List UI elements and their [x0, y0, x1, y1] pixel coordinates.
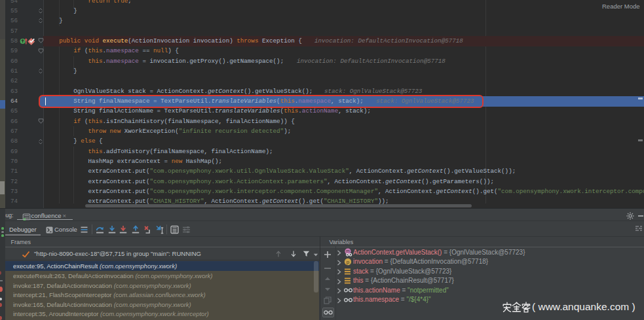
- svg-text:p: p: [347, 259, 350, 265]
- svg-text:m: m: [346, 249, 350, 253]
